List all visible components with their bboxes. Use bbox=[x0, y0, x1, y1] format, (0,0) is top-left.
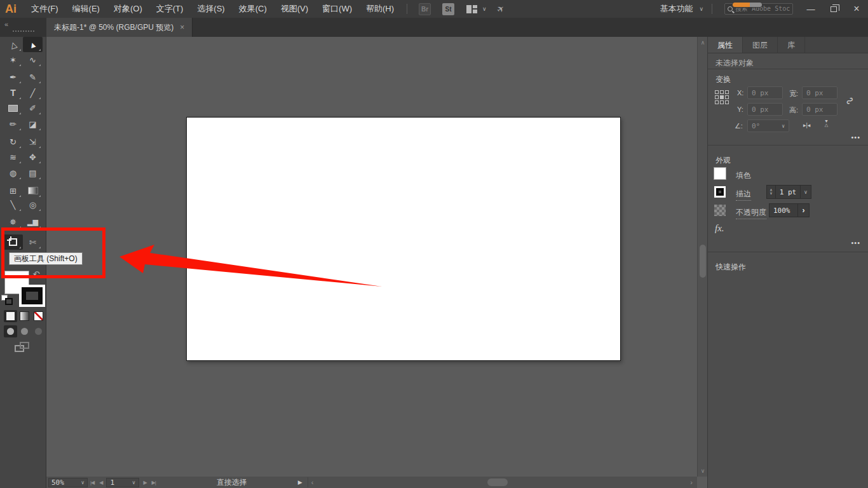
last-artboard-button[interactable]: ▶| bbox=[149, 480, 158, 485]
artboard-number-dropdown[interactable]: 1 ∨ bbox=[106, 478, 139, 487]
menu-window[interactable]: 窗口(W) bbox=[315, 0, 359, 18]
x-input[interactable]: 0 px bbox=[747, 86, 783, 99]
draw-behind-button[interactable] bbox=[18, 325, 31, 337]
zoom-level-dropdown[interactable]: 50% ∨ bbox=[48, 478, 88, 487]
draw-normal-button[interactable] bbox=[4, 325, 17, 337]
transform-more-options[interactable]: ••• bbox=[851, 133, 860, 141]
stroke-label[interactable]: 描边 bbox=[736, 189, 751, 201]
tool-pen[interactable]: ✒ bbox=[3, 69, 23, 85]
share-icon[interactable]: ✈ bbox=[494, 3, 506, 15]
horizontal-scrollbar-thumb[interactable] bbox=[487, 478, 508, 486]
tool-rectangle[interactable] bbox=[3, 100, 23, 116]
angle-dropdown[interactable]: 0° ∨ bbox=[747, 119, 789, 132]
menu-object[interactable]: 对象(O) bbox=[107, 0, 149, 18]
link-dimensions-icon[interactable]: ∾ bbox=[842, 93, 858, 109]
appearance-more-options[interactable]: ••• bbox=[851, 239, 860, 247]
tab-libraries[interactable]: 库 bbox=[778, 37, 805, 53]
tab-layers[interactable]: 图层 bbox=[743, 37, 778, 53]
menu-effect[interactable]: 效果(C) bbox=[232, 0, 274, 18]
scroll-up-icon[interactable]: ∧ bbox=[698, 39, 708, 46]
screen-mode-button[interactable] bbox=[15, 342, 30, 353]
opacity-value[interactable]: 100% bbox=[769, 203, 798, 217]
height-input[interactable]: 0 px bbox=[802, 103, 837, 116]
draw-inside-button[interactable] bbox=[32, 325, 45, 337]
tab-properties[interactable]: 属性 bbox=[708, 37, 743, 53]
menu-edit[interactable]: 编辑(E) bbox=[65, 0, 107, 18]
tool-eraser[interactable]: ◪ bbox=[23, 116, 43, 132]
close-button[interactable]: × bbox=[845, 0, 868, 18]
color-gradient-button[interactable] bbox=[18, 310, 31, 322]
width-input[interactable]: 0 px bbox=[802, 86, 837, 99]
scroll-left-icon[interactable]: ‹ bbox=[308, 478, 317, 486]
opacity-expand-icon[interactable]: › bbox=[798, 203, 810, 217]
tool-paintbrush[interactable]: ✐ bbox=[23, 100, 43, 116]
opacity-label[interactable]: 不透明度 bbox=[736, 207, 766, 219]
minimize-button[interactable]: — bbox=[799, 0, 822, 18]
stroke-color-swatch[interactable] bbox=[19, 285, 45, 307]
menu-view[interactable]: 视图(V) bbox=[274, 0, 315, 18]
tool-scale[interactable]: ⇲ bbox=[23, 134, 43, 149]
color-fill-button[interactable] bbox=[4, 310, 17, 322]
stroke-stepper[interactable]: ∧ ∨ bbox=[766, 185, 776, 199]
restore-button[interactable] bbox=[822, 0, 845, 18]
vertical-scrollbar-thumb[interactable] bbox=[700, 245, 706, 278]
fx-button[interactable]: fx. bbox=[715, 223, 724, 234]
stroke-swatch[interactable] bbox=[714, 186, 726, 198]
flip-vertical-button[interactable]: ▼ △ bbox=[824, 119, 829, 127]
tool-width[interactable]: ≋ bbox=[3, 149, 23, 165]
tool-shaper[interactable]: ✏ bbox=[3, 116, 23, 132]
reference-point-grid[interactable] bbox=[715, 90, 729, 104]
opacity-swatch[interactable] bbox=[714, 205, 726, 216]
tool-gradient[interactable] bbox=[23, 183, 43, 198]
bridge-badge-icon[interactable]: Br bbox=[419, 3, 431, 15]
tool-magic-wand[interactable]: ✶ bbox=[3, 52, 23, 67]
first-artboard-button[interactable]: |◀ bbox=[88, 480, 97, 485]
tool-free-transform[interactable]: ✥ bbox=[23, 149, 43, 165]
tool-eyedropper[interactable]: ╲ bbox=[3, 197, 23, 212]
tab-close-icon[interactable]: × bbox=[180, 23, 184, 32]
chevron-down-icon[interactable]: ∨ bbox=[480, 6, 489, 12]
chevron-down-icon: ∨ bbox=[782, 123, 785, 129]
color-none-button[interactable] bbox=[32, 310, 45, 322]
arrange-documents-icon[interactable] bbox=[466, 5, 477, 13]
collapse-toolbar-button[interactable]: « bbox=[4, 20, 8, 28]
canvas[interactable] bbox=[46, 37, 697, 477]
flip-horizontal-button[interactable]: ▸|◂ bbox=[803, 122, 810, 128]
menu-help[interactable]: 帮助(H) bbox=[359, 0, 401, 18]
menu-select[interactable]: 选择(S) bbox=[190, 0, 231, 18]
document-tab[interactable]: 未标题-1* @ 50% (RGB/GPU 预览) × bbox=[46, 18, 193, 37]
scroll-down-icon[interactable]: ∨ bbox=[698, 468, 708, 474]
tool-blend[interactable]: ◎ bbox=[23, 197, 43, 212]
fill-swatch[interactable] bbox=[714, 168, 726, 179]
horizontal-scrollbar[interactable]: ‹ › bbox=[308, 477, 696, 487]
stroke-weight-dropdown[interactable]: ∨ bbox=[800, 185, 811, 199]
vertical-scrollbar[interactable]: ∧ ∨ bbox=[697, 37, 707, 477]
tool-rotate[interactable]: ↻ bbox=[3, 134, 23, 149]
tool-direct-selection[interactable]: ▲ bbox=[23, 37, 43, 52]
workspace-switcher[interactable]: 基本功能 bbox=[656, 3, 696, 15]
status-options-icon[interactable]: ▶ bbox=[298, 479, 302, 485]
search-input[interactable]: 搜索 Adobe Stock bbox=[724, 3, 793, 15]
stepper-down-icon[interactable]: ∨ bbox=[770, 192, 772, 195]
chevron-down-icon[interactable]: ∨ bbox=[696, 6, 706, 12]
toolbar-grip[interactable] bbox=[13, 30, 34, 32]
tool-curvature[interactable]: ✎ bbox=[23, 69, 43, 85]
tool-perspective-grid[interactable]: ▤ bbox=[23, 165, 43, 180]
artboard[interactable] bbox=[186, 117, 621, 361]
horizontal-scrollbar-track[interactable] bbox=[316, 478, 687, 487]
tool-type[interactable]: T bbox=[3, 85, 23, 100]
stroke-weight-value[interactable]: 1 pt bbox=[776, 185, 800, 199]
stock-badge-icon[interactable]: St bbox=[442, 3, 454, 15]
tool-lasso[interactable]: ∿ bbox=[23, 52, 43, 67]
previous-artboard-button[interactable]: ◀ bbox=[97, 480, 105, 485]
tool-shape-builder[interactable]: ◍ bbox=[3, 165, 23, 180]
tool-selection[interactable]: △ bbox=[3, 37, 23, 52]
y-input[interactable]: 0 px bbox=[747, 103, 783, 116]
menu-type[interactable]: 文字(T) bbox=[149, 0, 191, 18]
default-colors-icon[interactable] bbox=[2, 295, 11, 303]
next-artboard-button[interactable]: ▶ bbox=[140, 480, 149, 485]
tool-mesh[interactable]: ⊞ bbox=[3, 183, 23, 198]
tool-line[interactable]: ╱ bbox=[23, 85, 43, 100]
scroll-right-icon[interactable]: › bbox=[687, 478, 696, 486]
menu-file[interactable]: 文件(F) bbox=[24, 0, 65, 18]
